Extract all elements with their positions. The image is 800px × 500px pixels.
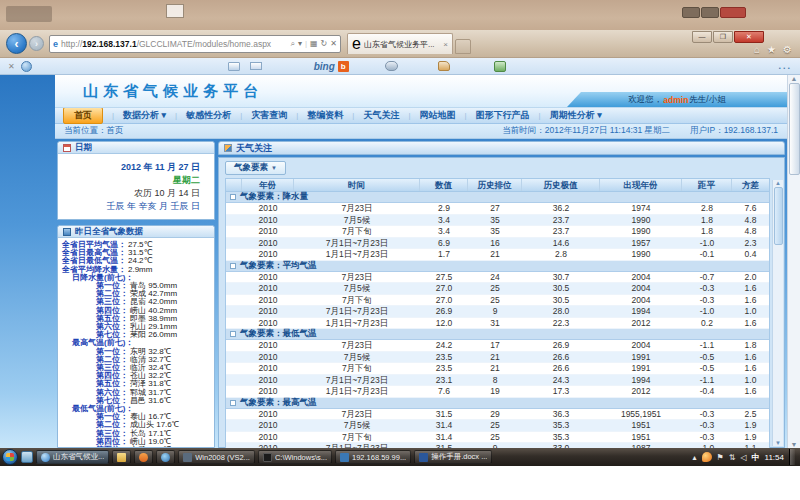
group-checkbox[interactable]	[230, 263, 236, 269]
start-button[interactable]	[2, 449, 18, 465]
group-checkbox[interactable]	[230, 194, 236, 200]
menu-item-1[interactable]: 首页	[63, 107, 103, 124]
table-cell: 0.2	[682, 318, 732, 329]
home-icon[interactable]: ⌂	[754, 44, 760, 55]
action-center-flag-icon[interactable]: ⚑	[717, 453, 724, 462]
search-icon[interactable]: ⌕	[290, 39, 294, 49]
table-cell: 7月23日	[294, 340, 420, 351]
element-select-button[interactable]: 气象要素 ▼	[225, 161, 286, 175]
tab-close-icon[interactable]: ×	[443, 40, 448, 49]
table-cell: 2.8	[522, 249, 600, 260]
language-indicator[interactable]: 中	[752, 452, 760, 463]
volume-icon[interactable]: ◁	[740, 453, 746, 462]
close-icon[interactable]: ✕	[734, 31, 764, 43]
taskbar-ie-button[interactable]: 山东省气候业...	[36, 450, 109, 464]
envelope-icon[interactable]	[250, 62, 262, 70]
table-cell: 36.2	[522, 203, 600, 214]
group-checkbox[interactable]	[230, 400, 236, 406]
search-dropdown-icon[interactable]: ▾	[298, 39, 302, 48]
taskbar-explorer-button[interactable]	[112, 450, 131, 464]
taskbar-media-button[interactable]	[134, 450, 153, 464]
menu-item-9[interactable]: 周期性分析 ▾	[550, 109, 602, 122]
address-bar[interactable]: e http://192.168.137.1/GLCCLIMATE/module…	[49, 35, 341, 53]
table-cell: -0.1	[682, 249, 732, 260]
cards-icon[interactable]	[228, 62, 240, 71]
table-cell: 1990	[600, 249, 682, 260]
table-cell: 1月1日~7月23日	[294, 318, 420, 329]
taskbar-window-button[interactable]: Win2008 (VS2...	[178, 450, 255, 464]
menu-separator: |	[112, 111, 114, 120]
show-desktop-button[interactable]	[789, 449, 795, 465]
scrollbar-thumb[interactable]	[774, 187, 783, 245]
maximize-icon[interactable]: ❐	[713, 31, 733, 43]
user-ip: 用户IP：192.168.137.1	[690, 125, 778, 137]
browser-tab[interactable]: e 山东省气候业务平... ×	[347, 33, 453, 54]
row-checkbox-cell	[226, 249, 242, 260]
panel-scrollbar[interactable]: ▲ ▼	[772, 180, 783, 446]
table-cell: -0.3	[682, 409, 732, 420]
forward-icon[interactable]: ›	[29, 36, 44, 51]
taskbar-window-button[interactable]: 192.168.59.99...	[335, 450, 411, 464]
ellipsis-icon[interactable]: ...	[778, 61, 792, 71]
refresh-icon[interactable]: ↻	[321, 39, 328, 48]
scroll-down-icon[interactable]: ▼	[791, 441, 798, 448]
background-close-icon[interactable]	[720, 7, 746, 18]
taskbar-window-button[interactable]: 操作手册.docx ...	[414, 450, 492, 464]
breadcrumb-row: 当前位置：首页 当前时间：2012年11月27日 11:14:31 星期二 用户…	[55, 124, 787, 139]
taskbar-clock[interactable]: 11:54	[765, 453, 784, 462]
hidden-icons-arrow-icon[interactable]: ▴	[693, 453, 697, 462]
table-cell: 1.9	[732, 432, 769, 443]
toolbar-close-icon[interactable]: ✕	[8, 62, 15, 71]
group-checkbox[interactable]	[230, 331, 236, 337]
minimize-icon[interactable]: —	[692, 31, 712, 43]
table-cell: 35.3	[522, 420, 600, 431]
background-maximize-icon[interactable]	[701, 7, 719, 18]
table-cell: 1951	[600, 432, 682, 443]
table-cell: 2010	[242, 375, 294, 386]
scrollbar-thumb[interactable]	[789, 83, 800, 175]
table-row: 20107月下旬23.52126.61991-0.51.6	[226, 363, 769, 375]
table-cell: 31.4	[420, 432, 468, 443]
bing-logo[interactable]: bing	[314, 61, 335, 72]
bird-icon[interactable]	[438, 61, 450, 71]
menu-item-7[interactable]: 网站地图	[420, 109, 456, 122]
scroll-down-icon[interactable]: ▼	[775, 440, 781, 446]
coins-icon[interactable]	[385, 61, 398, 71]
menu-item-8[interactable]: 图形下行产品	[476, 109, 530, 122]
table-cell: 28.0	[522, 306, 600, 317]
menu-item-6[interactable]: 天气关注	[363, 109, 399, 122]
taskbar-player-button[interactable]	[156, 450, 175, 464]
table-cell: 1951	[600, 420, 682, 431]
table-cell: 3.4	[420, 215, 468, 226]
table-cell: -1.1	[682, 340, 732, 351]
menu-item-5[interactable]: 整编资料	[307, 109, 343, 122]
table-cell: 2.3	[732, 238, 769, 249]
menu-item-2[interactable]: 数据分析 ▾	[123, 109, 166, 122]
table-cell: 0.4	[732, 249, 769, 260]
new-tab-button[interactable]	[455, 39, 471, 54]
row-checkbox-cell	[226, 215, 242, 226]
ie-icon	[41, 453, 50, 462]
compatibility-icon[interactable]: ▦	[310, 39, 318, 48]
stop-icon[interactable]: ✕	[330, 39, 337, 48]
antivirus-icon[interactable]	[702, 452, 712, 462]
quick-launch-icon[interactable]	[21, 451, 33, 463]
row-checkbox-cell	[226, 272, 242, 283]
browser-scrollbar[interactable]: ▲ ▼	[787, 75, 800, 448]
table-cell: 24.2	[420, 340, 468, 351]
network-icon[interactable]: ⇅	[729, 453, 736, 462]
back-icon[interactable]: ‹	[6, 33, 27, 54]
taskbar-window-button[interactable]: C:\Windows\s...	[258, 450, 332, 464]
table-cell: 1.0	[732, 306, 769, 317]
bing-badge-icon[interactable]: b	[338, 61, 349, 72]
compass-icon[interactable]	[21, 61, 32, 72]
calendar-lunar-date: 农历 10 月 14 日	[58, 187, 200, 200]
recycle-icon[interactable]	[494, 61, 506, 72]
scroll-up-icon[interactable]: ▲	[775, 180, 781, 186]
menu-item-3[interactable]: 敏感性分析	[186, 109, 231, 122]
scroll-up-icon[interactable]: ▲	[791, 75, 798, 82]
menu-item-4[interactable]: 灾害查询	[251, 109, 287, 122]
background-minimize-icon[interactable]	[682, 7, 700, 18]
favorites-star-icon[interactable]: ★	[767, 44, 776, 55]
settings-gear-icon[interactable]: ⚙	[783, 44, 792, 55]
